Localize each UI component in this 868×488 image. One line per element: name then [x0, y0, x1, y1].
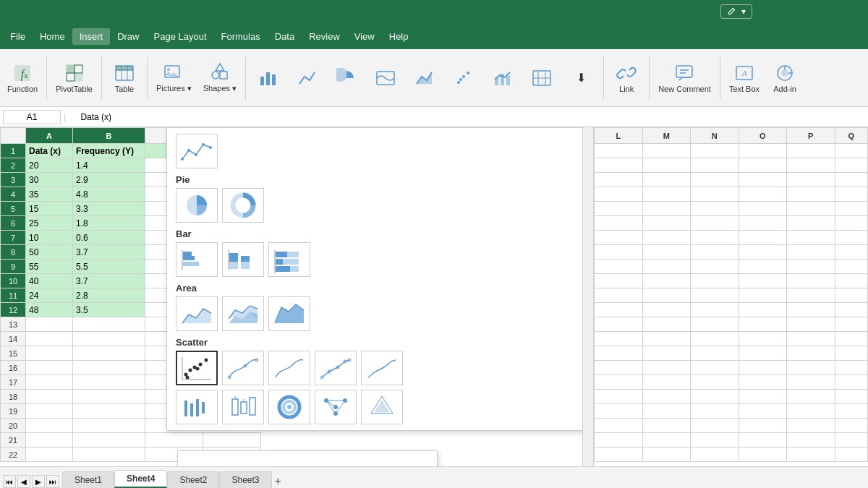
right-cell-10-3[interactable]	[739, 274, 787, 288]
combo-chart-button[interactable]	[485, 53, 521, 103]
row-header-4[interactable]: 4	[1, 187, 26, 202]
right-cell-18-1[interactable]	[642, 390, 691, 404]
right-cell-6-2[interactable]	[691, 216, 739, 231]
right-cell-15-1[interactable]	[642, 346, 691, 361]
col-header-a[interactable]: A	[26, 128, 73, 144]
right-cell-6-4[interactable]	[787, 216, 835, 231]
cell-9-1[interactable]: 5.5	[73, 260, 145, 274]
bar-stacked-thumb[interactable]	[222, 242, 264, 277]
right-cell-13-0[interactable]	[595, 317, 643, 332]
right-cell-19-1[interactable]	[642, 404, 691, 419]
cell-5-0[interactable]: 15	[26, 202, 73, 216]
tab-sheet1[interactable]: Sheet1	[62, 471, 114, 488]
right-cell-9-2[interactable]	[691, 260, 739, 274]
right-cell-9-0[interactable]	[595, 260, 643, 274]
new-comment-button[interactable]: New Comment	[654, 53, 715, 103]
cell-2-0[interactable]: 20	[26, 158, 73, 173]
sunburst-thumb[interactable]	[268, 390, 310, 424]
right-cell-18-2[interactable]	[691, 390, 739, 404]
right-cell-22-3[interactable]	[739, 448, 787, 462]
area-chart-button[interactable]	[407, 53, 443, 103]
right-cell-17-4[interactable]	[787, 375, 835, 390]
right-cell-1-4[interactable]	[787, 144, 835, 158]
row-header-12[interactable]: 12	[1, 303, 26, 317]
pictures-button[interactable]: Pictures ▾	[152, 53, 196, 103]
cell-18-0[interactable]	[26, 390, 73, 404]
right-cell-5-1[interactable]	[642, 202, 691, 216]
menu-view[interactable]: View	[347, 28, 382, 45]
editing-badge[interactable]: ▾	[720, 4, 752, 19]
right-cell-9-3[interactable]	[739, 260, 787, 274]
pivot-table-button[interactable]: PivotTable	[51, 53, 97, 103]
right-cell-14-4[interactable]	[787, 332, 835, 346]
right-cell-1-1[interactable]	[642, 144, 691, 158]
cell-3-1[interactable]: 2.9	[73, 173, 145, 187]
right-cell-6-0[interactable]	[595, 216, 643, 231]
right-cell-4-4[interactable]	[787, 187, 835, 202]
row-header-5[interactable]: 5	[1, 202, 26, 216]
cell-12-0[interactable]: 48	[26, 303, 73, 317]
right-cell-19-5[interactable]	[835, 404, 868, 419]
right-cell-12-3[interactable]	[739, 303, 787, 317]
right-cell-6-1[interactable]	[642, 216, 691, 231]
row-header-1[interactable]: 1	[1, 144, 26, 158]
network-chart-thumb[interactable]	[315, 390, 357, 424]
right-cell-18-3[interactable]	[739, 390, 787, 404]
right-cell-4-0[interactable]	[595, 187, 643, 202]
right-cell-17-1[interactable]	[642, 375, 691, 390]
cell-21-0[interactable]	[26, 433, 73, 448]
right-cell-6-3[interactable]	[739, 216, 787, 231]
right-cell-9-4[interactable]	[787, 260, 835, 274]
right-cell-4-3[interactable]	[739, 187, 787, 202]
right-cell-3-1[interactable]	[642, 173, 691, 187]
right-cell-16-5[interactable]	[835, 361, 868, 375]
add-in-button[interactable]: Add-in	[767, 53, 803, 103]
right-cell-2-1[interactable]	[642, 158, 691, 173]
right-cell-1-2[interactable]	[691, 144, 739, 158]
right-cell-11-4[interactable]	[787, 288, 835, 303]
bar-100-thumb[interactable]	[268, 242, 310, 277]
right-cell-9-1[interactable]	[642, 260, 691, 274]
cell-15-0[interactable]	[26, 346, 73, 361]
cell-20-1[interactable]	[73, 419, 145, 433]
right-cell-19-3[interactable]	[739, 404, 787, 419]
right-cell-22-4[interactable]	[787, 448, 835, 462]
right-cell-20-4[interactable]	[787, 419, 835, 433]
cell-6-0[interactable]: 25	[26, 216, 73, 231]
menu-help[interactable]: Help	[382, 28, 416, 45]
right-cell-13-5[interactable]	[835, 317, 868, 332]
bar-chart-button[interactable]	[250, 53, 286, 103]
right-cell-7-4[interactable]	[787, 231, 835, 245]
right-cell-15-4[interactable]	[787, 346, 835, 361]
right-cell-11-0[interactable]	[595, 288, 643, 303]
cell-10-1[interactable]: 3.7	[73, 274, 145, 288]
tab-last-button[interactable]: ⏭	[46, 475, 59, 488]
right-cell-3-2[interactable]	[691, 173, 739, 187]
pie-donut-thumb[interactable]	[222, 188, 264, 223]
row-header-6[interactable]: 6	[1, 216, 26, 231]
cell-18-1[interactable]	[73, 390, 145, 404]
right-cell-16-3[interactable]	[739, 361, 787, 375]
right-cell-18-4[interactable]	[787, 390, 835, 404]
menu-insert[interactable]: Insert	[72, 28, 111, 45]
cell-4-0[interactable]: 35	[26, 187, 73, 202]
menu-data[interactable]: Data	[268, 28, 302, 45]
cell-16-1[interactable]	[73, 361, 145, 375]
right-cell-20-2[interactable]	[691, 419, 739, 433]
right-cell-20-5[interactable]	[835, 419, 868, 433]
cell-1-0[interactable]: Data (x)	[26, 144, 73, 158]
radar-chart-thumb[interactable]	[361, 390, 403, 424]
cell-21-2[interactable]	[145, 433, 203, 448]
menu-draw[interactable]: Draw	[110, 28, 146, 45]
row-header-19[interactable]: 19	[1, 404, 26, 419]
col-header-o[interactable]: O	[739, 128, 787, 144]
row-header-8[interactable]: 8	[1, 245, 26, 260]
right-cell-13-4[interactable]	[787, 317, 835, 332]
area-stacked-thumb[interactable]	[222, 296, 264, 331]
cell-5-1[interactable]: 3.3	[73, 202, 145, 216]
col-header-p[interactable]: P	[787, 128, 835, 144]
right-cell-10-1[interactable]	[642, 274, 691, 288]
cell-22-1[interactable]	[73, 448, 145, 462]
stock-chart-thumb[interactable]	[176, 390, 218, 424]
cell-7-1[interactable]: 0.6	[73, 231, 145, 245]
